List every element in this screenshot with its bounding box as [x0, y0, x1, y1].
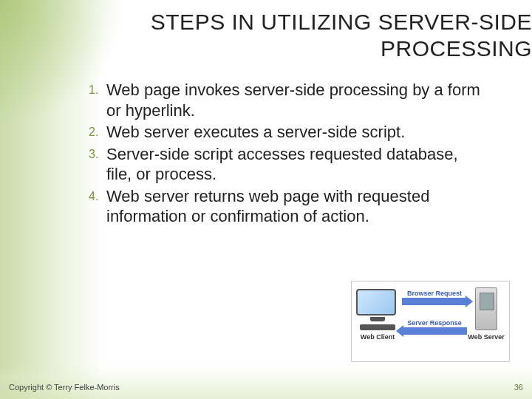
step-item: Web page invokes server-side processing … — [89, 80, 488, 120]
server-tower-icon — [475, 287, 497, 330]
monitor-icon — [356, 289, 396, 316]
steps-list: Web page invokes server-side processing … — [89, 80, 488, 227]
step-item: Web server executes a server-side script… — [89, 122, 488, 143]
step-item: Server-side script accesses requested da… — [89, 144, 488, 185]
background-bottom-gradient — [0, 364, 532, 399]
web-client-label: Web Client — [356, 333, 399, 341]
step-item: Web server returns web page with request… — [89, 186, 488, 227]
arrow-right-icon — [402, 298, 467, 305]
response-arrow-group: Server Response — [402, 320, 467, 335]
browser-request-label: Browser Request — [402, 290, 467, 297]
page-number: 36 — [514, 383, 523, 392]
slide-body: Web page invokes server-side processing … — [89, 80, 488, 228]
web-client-icon: Web Client — [356, 289, 399, 339]
arrow-left-icon — [402, 327, 467, 335]
server-response-label: Server Response — [402, 320, 467, 327]
client-server-diagram: Web Client Browser Request Server Respon… — [351, 281, 510, 362]
keyboard-icon — [360, 324, 395, 330]
slide-title: STEPS IN UTILIZING SERVER-SIDE PROCESSIN… — [74, 9, 532, 62]
web-server-label: Web Server — [468, 333, 505, 341]
request-arrow-group: Browser Request — [402, 290, 467, 306]
monitor-stand — [370, 317, 385, 321]
copyright-footer: Copyright © Terry Felke-Morris — [9, 383, 120, 392]
web-server-icon: Web Server — [468, 287, 505, 341]
